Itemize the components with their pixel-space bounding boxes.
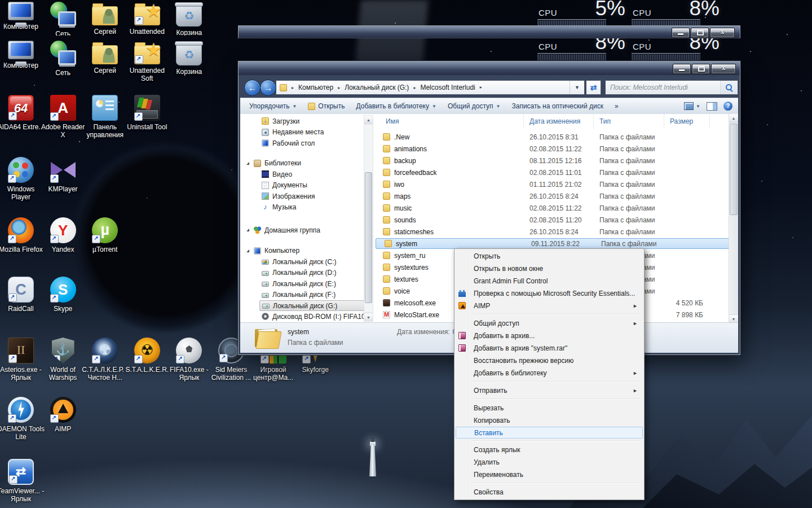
toolbar-button[interactable]: Открыть <box>302 100 350 112</box>
desktop-icon-fifa[interactable]: FIFA10.exe - Ярлык <box>165 338 213 382</box>
close-button[interactable] <box>711 64 736 74</box>
menu-item[interactable]: Удалить <box>456 456 643 468</box>
column-header[interactable]: Размер <box>664 114 710 129</box>
desktop-icon-folder-user[interactable]: Сергей <box>81 41 129 75</box>
desktop-icon-computer[interactable]: Компьютер <box>0 41 45 69</box>
preview-pane-button[interactable] <box>707 102 717 111</box>
minimize-button[interactable] <box>673 64 691 74</box>
toolbar-button[interactable]: Записать на оптический диск <box>506 100 609 112</box>
file-list-scrollbar[interactable] <box>729 114 738 323</box>
file-row[interactable]: system09.11.2015 8:22Папка с файлами <box>376 238 729 249</box>
background-window-titlebar[interactable] <box>238 25 740 38</box>
nav-item[interactable]: Видео <box>240 169 374 180</box>
scrollbar-thumb[interactable] <box>730 124 738 215</box>
desktop-icon-computer[interactable]: Компьютер <box>0 2 45 36</box>
close-button[interactable] <box>710 28 735 38</box>
search-box[interactable]: Поиск: Melcosoft Interludi <box>605 80 738 95</box>
desktop-icon-utorrent[interactable]: µTorrent <box>81 217 129 253</box>
menu-item[interactable]: Открыть <box>456 250 643 262</box>
menu-item[interactable]: Отправить► <box>456 384 643 397</box>
menu-item[interactable]: Добавить в архив... <box>456 330 643 342</box>
maximize-button[interactable] <box>691 28 709 38</box>
file-row[interactable]: animations02.08.2015 11:22Папка с файлам… <box>374 143 729 155</box>
desktop-icon-firefox[interactable]: Mozilla Firefox <box>0 217 45 253</box>
desktop-icon-daemon[interactable]: DAEMON Tools Lite <box>0 397 45 441</box>
menu-item[interactable]: Добавить в архив "system.rar" <box>456 342 643 354</box>
menu-item[interactable]: AIMP► <box>456 300 643 312</box>
nav-item[interactable]: Загрузки <box>240 116 374 127</box>
nav-item[interactable]: Домашняя группа <box>240 225 374 236</box>
menu-item[interactable]: Добавить в библиотеку► <box>456 367 643 379</box>
file-row[interactable]: sounds02.08.2015 11:20Папка с файлами <box>374 214 729 226</box>
menu-item[interactable]: Grant Admin Full Control <box>456 275 643 287</box>
desktop-icon-windows-player[interactable]: Windows Player <box>0 157 45 201</box>
desktop-icon-yandex[interactable]: Yandex <box>39 217 87 253</box>
menu-item[interactable]: Свойства <box>456 486 643 498</box>
desktop-icon-warships[interactable]: World of Warships <box>39 338 87 382</box>
breadcrumb-segment[interactable]: Локальный диск (G:) <box>333 84 409 91</box>
breadcrumb-segment[interactable]: Melcosoft Interludi <box>409 84 475 91</box>
file-row[interactable]: forcefeedback02.08.2015 11:01Папка с фай… <box>374 167 729 178</box>
column-header[interactable]: Имя <box>374 114 524 129</box>
file-row[interactable]: maps26.10.2015 8:24Папка с файлами <box>374 190 729 202</box>
minimize-button[interactable] <box>672 28 690 38</box>
menu-item[interactable]: Копировать <box>456 414 643 427</box>
nav-item[interactable]: Локальный диск (C:) <box>240 256 374 268</box>
menu-item[interactable]: Вырезать <box>456 402 643 414</box>
toolbar-button[interactable]: Общий доступ▼ <box>442 100 506 112</box>
nav-item[interactable]: Недавние места <box>240 127 374 138</box>
scrollbar-thumb[interactable] <box>365 172 372 303</box>
file-row[interactable]: iwo01.11.2015 21:02Папка с файлами <box>374 178 729 190</box>
back-button[interactable]: ← <box>244 80 261 96</box>
desktop-icon-aimp[interactable]: AIMP <box>39 397 87 433</box>
address-dropdown-button[interactable]: ▼ <box>570 81 584 94</box>
nav-item[interactable]: Библиотеки <box>240 158 374 169</box>
explorer-titlebar[interactable] <box>239 62 740 75</box>
nav-item[interactable]: Локальный диск (G:) <box>259 300 364 311</box>
change-view-button[interactable]: ▼ <box>684 102 700 110</box>
file-row[interactable]: .New26.10.2015 8:31Папка с файлами <box>374 131 729 143</box>
desktop-icon-folder-star[interactable]: Unattended Soft <box>123 41 171 82</box>
column-header[interactable]: Тип <box>594 114 664 129</box>
nav-item[interactable]: Документы <box>240 180 374 191</box>
scroll-up-button[interactable] <box>729 114 738 122</box>
desktop-icon-folder-user[interactable]: Сергей <box>81 2 129 36</box>
toolbar-button[interactable]: Упорядочить▼ <box>244 100 302 112</box>
desktop-icon-uninstall[interactable]: Uninstall Tool <box>123 95 171 131</box>
desktop-icon-teamviewer[interactable]: TeamViewer... - Ярлык <box>0 459 45 503</box>
nav-item[interactable]: Изображения <box>240 191 374 202</box>
menu-item[interactable]: Переименовать <box>456 468 643 481</box>
nav-item[interactable]: Дисковод BD-ROM (I:) FIFA10 <box>240 311 374 322</box>
desktop-icon-folder-star[interactable]: Unattended Soft <box>123 2 171 36</box>
desktop-icon-stalker-blue[interactable]: С.Т.А.Л.К.Е.Р. - Чистое Н... <box>81 338 129 382</box>
menu-item[interactable]: Проверка с помощью Microsoft Security Es… <box>456 287 643 300</box>
scroll-up-button[interactable] <box>364 116 373 124</box>
menu-item[interactable]: Общий доступ► <box>456 317 643 330</box>
file-row[interactable]: staticmeshes26.10.2015 8:24Папка с файла… <box>374 226 729 238</box>
menu-item[interactable]: Вставить <box>456 427 643 439</box>
desktop-icon-raidcall[interactable]: RaidCall <box>0 277 45 313</box>
scroll-down-button[interactable] <box>729 314 738 323</box>
menu-item[interactable]: Восстановить прежнюю версию <box>456 354 643 367</box>
refresh-button[interactable] <box>586 80 601 95</box>
nav-item[interactable]: Локальный диск (D:) <box>240 268 374 279</box>
address-bar[interactable]: КомпьютерЛокальный диск (G:)Melcosoft In… <box>276 80 585 95</box>
help-button[interactable] <box>723 102 732 111</box>
menu-item[interactable]: Создать ярлык <box>456 444 643 456</box>
desktop-icon-network[interactable]: Сеть <box>39 41 87 77</box>
nav-item[interactable]: Локальный диск (E:) <box>240 278 374 290</box>
nav-item[interactable]: Рабочий стол <box>240 138 374 149</box>
maximize-button[interactable] <box>692 64 710 74</box>
nav-item[interactable]: Музыка <box>240 202 374 213</box>
file-row[interactable]: music02.08.2015 11:22Папка с файлами <box>374 202 729 214</box>
nav-item[interactable]: Компьютер <box>240 246 374 257</box>
breadcrumb-segment[interactable]: Компьютер <box>287 84 333 91</box>
search-button[interactable] <box>720 81 738 94</box>
scroll-down-button[interactable] <box>364 313 373 321</box>
desktop-icon-adobe[interactable]: Adobe Reader X <box>39 95 87 139</box>
desktop-icon-skype[interactable]: Skype <box>39 277 87 313</box>
nav-scrollbar[interactable] <box>364 115 373 322</box>
desktop-icon-kmplayer[interactable]: KMPlayer <box>39 157 87 193</box>
toolbar-button[interactable]: Добавить в библиотеку▼ <box>350 100 442 112</box>
menu-item[interactable]: Открыть в новом окне <box>456 262 643 275</box>
